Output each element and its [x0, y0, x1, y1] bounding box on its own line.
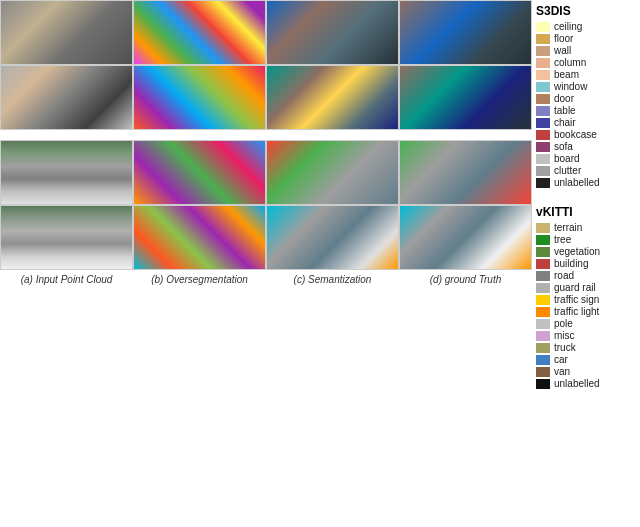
legend-color-swatch	[536, 154, 550, 164]
legend-item: board	[536, 153, 636, 164]
legend-label: table	[554, 105, 576, 116]
legend-color-swatch	[536, 58, 550, 68]
legend-item: car	[536, 354, 636, 365]
legend-item: window	[536, 81, 636, 92]
s3dis-r1c2-image	[133, 0, 266, 65]
legend-item: traffic light	[536, 306, 636, 317]
legend-label: terrain	[554, 222, 582, 233]
main-container: (a) Input Point Cloud (b) Oversegmentati…	[0, 0, 640, 527]
legend-item: table	[536, 105, 636, 116]
vk-r1c3-image	[266, 140, 399, 205]
legend-label: ceiling	[554, 21, 582, 32]
legend-item: beam	[536, 69, 636, 80]
legend-label: car	[554, 354, 568, 365]
legend-color-swatch	[536, 259, 550, 269]
vkitti-legend-title: vKITTI	[536, 205, 636, 219]
s3dis-r1c3-image	[266, 0, 399, 65]
legend-color-swatch	[536, 118, 550, 128]
s3dis-r1c1-image	[0, 0, 133, 65]
captions-row: (a) Input Point Cloud (b) Oversegmentati…	[0, 274, 532, 285]
legend-item: road	[536, 270, 636, 281]
legend-label: pole	[554, 318, 573, 329]
legend-item: unlabelled	[536, 177, 636, 188]
vkitti-legend: vKITTI terraintreevegetationbuildingroad…	[536, 205, 636, 390]
vkitti-row-2	[0, 205, 532, 270]
legend-label: clutter	[554, 165, 581, 176]
legend-item: bookcase	[536, 129, 636, 140]
legend-color-swatch	[536, 178, 550, 188]
legend-color-swatch	[536, 70, 550, 80]
vkitti-row-1	[0, 140, 532, 205]
legend-item: traffic sign	[536, 294, 636, 305]
legend-label: sofa	[554, 141, 573, 152]
legend-color-swatch	[536, 379, 550, 389]
legend-label: window	[554, 81, 587, 92]
s3dis-section	[0, 0, 532, 130]
s3dis-r2c3-image	[266, 65, 399, 130]
legend-label: road	[554, 270, 574, 281]
legend-color-swatch	[536, 271, 550, 281]
legend-item: chair	[536, 117, 636, 128]
legend-gap	[536, 189, 636, 205]
vk-r1c1-image	[0, 140, 133, 205]
legend-item: misc	[536, 330, 636, 341]
legend-color-swatch	[536, 307, 550, 317]
legend-label: tree	[554, 234, 571, 245]
legend-item: wall	[536, 45, 636, 56]
legend-label: unlabelled	[554, 177, 600, 188]
vk-r1c2-image	[133, 140, 266, 205]
legend-color-swatch	[536, 283, 550, 293]
legend-color-swatch	[536, 343, 550, 353]
legend-color-swatch	[536, 247, 550, 257]
legend-color-swatch	[536, 331, 550, 341]
legend-color-swatch	[536, 355, 550, 365]
legend-color-swatch	[536, 94, 550, 104]
s3dis-legend-title: S3DIS	[536, 4, 636, 18]
legend-item: guard rail	[536, 282, 636, 293]
s3dis-r2c2-image	[133, 65, 266, 130]
legend-label: traffic sign	[554, 294, 599, 305]
legend-item: tree	[536, 234, 636, 245]
vkitti-section	[0, 140, 532, 270]
legend-label: truck	[554, 342, 576, 353]
legend-item: truck	[536, 342, 636, 353]
legend-label: beam	[554, 69, 579, 80]
caption-b: (b) Oversegmentation	[133, 274, 266, 285]
legend-item: vegetation	[536, 246, 636, 257]
section-divider	[0, 130, 532, 140]
legend-label: door	[554, 93, 574, 104]
legend-label: unlabelled	[554, 378, 600, 389]
legend-label: traffic light	[554, 306, 599, 317]
s3dis-legend: S3DIS ceilingfloorwallcolumnbeamwindowdo…	[536, 4, 636, 189]
legend-color-swatch	[536, 235, 550, 245]
legend-item: building	[536, 258, 636, 269]
legend-item: floor	[536, 33, 636, 44]
s3dis-r2c1-image	[0, 65, 133, 130]
vk-r2c2-image	[133, 205, 266, 270]
legend-item: terrain	[536, 222, 636, 233]
legend-item: unlabelled	[536, 378, 636, 389]
caption-c: (c) Semantization	[266, 274, 399, 285]
vk-r2c1-image	[0, 205, 133, 270]
legend-color-swatch	[536, 142, 550, 152]
legend-label: guard rail	[554, 282, 596, 293]
s3dis-row-1	[0, 0, 532, 65]
vk-r1c4-image	[399, 140, 532, 205]
legend-item: clutter	[536, 165, 636, 176]
legend-label: chair	[554, 117, 576, 128]
vk-r2c3-image	[266, 205, 399, 270]
grid-area: (a) Input Point Cloud (b) Oversegmentati…	[0, 0, 532, 527]
legend-label: misc	[554, 330, 575, 341]
legend-label: board	[554, 153, 580, 164]
legend-color-swatch	[536, 22, 550, 32]
legend-item: door	[536, 93, 636, 104]
s3dis-row-2	[0, 65, 532, 130]
legend-color-swatch	[536, 34, 550, 44]
legend-color-swatch	[536, 295, 550, 305]
s3dis-legend-items: ceilingfloorwallcolumnbeamwindowdoortabl…	[536, 21, 636, 188]
caption-d: (d) ground Truth	[399, 274, 532, 285]
legend-color-swatch	[536, 223, 550, 233]
legend-item: column	[536, 57, 636, 68]
legend-label: bookcase	[554, 129, 597, 140]
s3dis-r2c4-image	[399, 65, 532, 130]
